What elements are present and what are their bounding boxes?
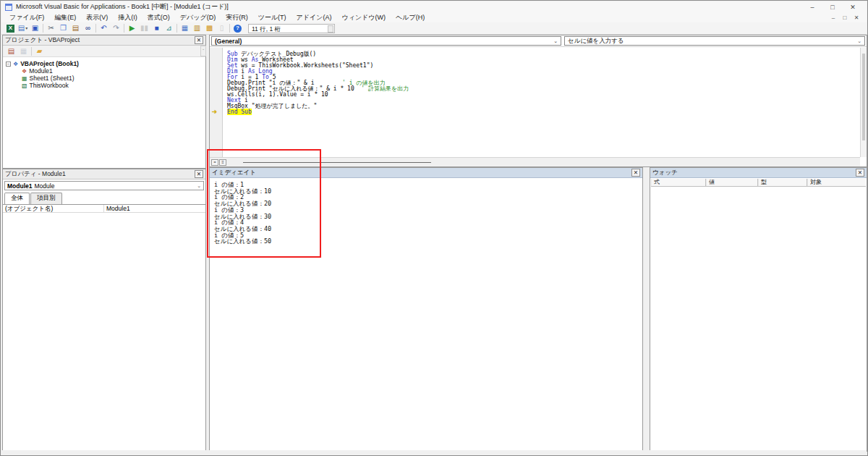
code-vertical-scrollbar-thumb[interactable]	[862, 54, 865, 140]
reset-icon: ■	[154, 25, 158, 32]
properties-tab-categorized[interactable]: 項目別	[30, 193, 62, 204]
menu-item-h[interactable]: ヘルプ(H)	[391, 12, 430, 22]
code-line[interactable]: ws.Cells(i, 1).Value = i * 10	[227, 92, 409, 98]
tree-expander-icon[interactable]: −	[6, 62, 11, 67]
procedure-view-button[interactable]: =	[211, 159, 218, 166]
menu-item-o[interactable]: 書式(O)	[142, 12, 175, 22]
property-row[interactable]: (オブジェクト名)Module1	[3, 205, 205, 213]
project-explorer-icon: ▦	[182, 25, 188, 32]
copy-icon[interactable]: ❐	[57, 23, 69, 34]
redo-icon[interactable]: ↷	[110, 23, 122, 34]
code-bottom-bar: =≡	[210, 157, 860, 166]
code-line[interactable]: End Sub	[227, 109, 409, 115]
immediate-close-icon[interactable]: ✕	[631, 169, 640, 177]
toolbox-icon[interactable]: ▩	[203, 23, 216, 34]
immediate-titlebar[interactable]: イミディエイト ✕	[210, 168, 642, 178]
properties-close-icon[interactable]: ✕	[195, 170, 203, 178]
tree-item-label: ThisWorkbook	[30, 82, 69, 89]
undo-icon[interactable]: ↶	[98, 23, 110, 34]
execution-point-arrow-icon: ➔	[212, 109, 217, 115]
tree-item-thisworkbook[interactable]: ▧ThisWorkbook	[6, 82, 205, 89]
find-icon: ∞	[85, 25, 90, 32]
code-editor-area[interactable]: ➔ Sub デバックテスト_Debug版()Dim ws As Workshee…	[210, 48, 860, 157]
object-dropdown-value: (General)	[215, 38, 242, 45]
project-explorer-icon[interactable]: ▦	[179, 23, 191, 34]
menu-item-t[interactable]: ツール(T)	[253, 12, 292, 22]
save-icon[interactable]: ▣	[29, 23, 41, 34]
chevron-down-icon[interactable]: ⌄	[197, 183, 201, 189]
project-toolbar-overflow-grip[interactable]: ⌄	[200, 46, 206, 56]
mdi-minimize-button-icon[interactable]: –	[827, 14, 839, 21]
properties-titlebar[interactable]: プロパティ - Module1 ✕	[3, 169, 205, 180]
menu-item-v[interactable]: 表示(V)	[81, 12, 113, 22]
maximize-button-icon[interactable]: □	[822, 4, 843, 11]
immediate-output[interactable]: i の値：1セルに入れる値：10i の値：2セルに入れる値：20i の値：3セル…	[210, 178, 642, 245]
properties-tab-all[interactable]: 全体	[4, 193, 30, 204]
tree-item-vbaproject[interactable]: −❖VBAProject (Book1)	[6, 60, 205, 67]
toolbar-overflow-grip[interactable]	[328, 25, 333, 33]
toolbar-separator	[31, 47, 32, 56]
watch-column-header[interactable]: 値	[706, 179, 758, 186]
code-line[interactable]: MsgBox "処理が完了しました。"	[227, 104, 409, 109]
property-value[interactable]: Module1	[104, 205, 205, 212]
help-icon[interactable]: ?	[231, 23, 244, 34]
tree-item-sheet1[interactable]: ▦Sheet1 (Sheet1)	[6, 75, 205, 82]
project-explorer-panel: プロジェクト - VBAProject ✕ ⌄ ▤▦▰ −❖VBAProject…	[2, 35, 206, 169]
properties-object-selector[interactable]: Module1 Module ⌄	[4, 181, 204, 190]
design-mode-icon[interactable]: ⊿	[163, 23, 175, 34]
vbaproject-icon: ❖	[13, 61, 18, 67]
code-view-buttons: =≡	[211, 159, 227, 166]
reset-icon[interactable]: ■	[150, 23, 163, 34]
find-icon[interactable]: ∞	[82, 23, 94, 34]
menu-item-a[interactable]: アドイン(A)	[292, 12, 337, 22]
menu-item-f[interactable]: ファイル(F)	[4, 12, 49, 22]
immediate-panel: イミディエイト ✕ i の値：1セルに入れる値：10i の値：2セルに入れる値：…	[209, 167, 643, 452]
paste-icon: ▤	[72, 25, 79, 32]
watch-close-icon[interactable]: ✕	[856, 169, 864, 177]
toolbar-separator	[95, 24, 96, 33]
project-explorer-titlebar[interactable]: プロジェクト - VBAProject ✕	[3, 35, 205, 46]
project-explorer-close-icon[interactable]: ✕	[195, 36, 203, 44]
view-excel-icon[interactable]: X	[4, 23, 17, 34]
view-object-icon: ▦	[17, 46, 30, 56]
watch-column-header[interactable]: 型	[758, 179, 807, 186]
menu-item-e[interactable]: 編集(E)	[49, 12, 81, 22]
mdi-restore-button-icon[interactable]: □	[839, 14, 851, 21]
menu-item-r[interactable]: 実行(R)	[221, 12, 253, 22]
insert-userform-icon[interactable]: ▤▾	[17, 23, 29, 34]
watch-titlebar[interactable]: ウォッチ ✕	[650, 168, 867, 178]
cut-icon[interactable]: ✂	[45, 23, 57, 34]
standard-toolbar: X▤▾▣✂❐▤∞↶↷▶▮▮■⊿▦▥▩▯? 11 行, 1 桁	[1, 22, 867, 35]
close-button-icon[interactable]: ✕	[843, 4, 863, 11]
procedure-dropdown[interactable]: セルに値を入力する ⌄	[564, 36, 865, 46]
full-module-view-button[interactable]: ≡	[219, 159, 226, 166]
view-code-icon[interactable]: ▤	[5, 46, 17, 56]
cut-icon: ✂	[48, 25, 54, 32]
run-icon[interactable]: ▶	[126, 23, 138, 34]
chevron-down-icon[interactable]: ⌄	[553, 38, 558, 44]
break-icon: ▮▮	[140, 25, 148, 32]
toolbar-separator	[176, 24, 177, 33]
watch-column-header[interactable]: 式	[651, 179, 706, 186]
code-margin-indicator-bar[interactable]	[210, 48, 223, 157]
object-dropdown[interactable]: (General) ⌄	[211, 36, 561, 46]
menu-item-w[interactable]: ウィンドウ(W)	[336, 12, 391, 22]
menu-item-i[interactable]: 挿入(I)	[113, 12, 142, 22]
dropdown-caret-icon[interactable]: ▾	[25, 26, 27, 30]
code-text[interactable]: Sub デバックテスト_Debug版()Dim ws As WorksheetS…	[227, 51, 409, 115]
watch-column-header[interactable]: 対象	[807, 179, 866, 186]
tree-item-module1[interactable]: ❖Module1	[6, 67, 205, 75]
toolbar-separator	[124, 24, 124, 33]
watch-title: ウォッチ	[652, 169, 678, 177]
code-horizontal-scrollbar[interactable]	[243, 162, 431, 163]
menu-item-d[interactable]: デバッグ(D)	[175, 12, 221, 22]
mdi-close-button-icon[interactable]: ✕	[851, 14, 862, 21]
chevron-down-icon[interactable]: ⌄	[857, 38, 861, 44]
minimize-button-icon[interactable]: –	[802, 4, 822, 11]
toggle-folders-icon[interactable]: ▰	[33, 46, 46, 56]
paste-icon[interactable]: ▤	[69, 23, 82, 34]
properties-window-icon[interactable]: ▥	[191, 23, 203, 34]
code-vertical-scrollbar[interactable]	[860, 48, 867, 157]
panel-divider-left[interactable]	[206, 35, 209, 450]
panel-divider-middle[interactable]	[643, 167, 650, 450]
